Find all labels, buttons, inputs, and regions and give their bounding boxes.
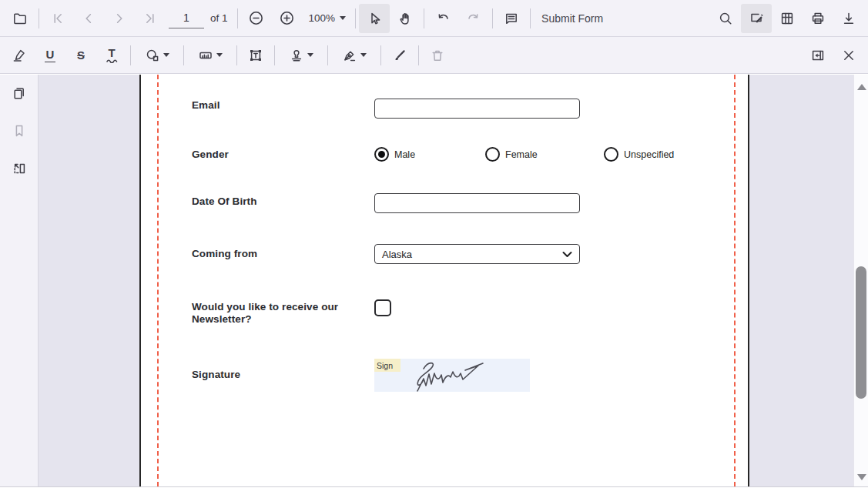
gender-radio-female[interactable] bbox=[485, 147, 500, 162]
page-number-input[interactable] bbox=[169, 8, 204, 28]
underline-tool-button[interactable]: U bbox=[35, 41, 65, 70]
squiggly-icon: T bbox=[106, 47, 118, 63]
undo-icon bbox=[435, 11, 451, 26]
close-annotation-toolbar-button[interactable] bbox=[833, 41, 864, 70]
stamp-icon bbox=[289, 48, 304, 63]
zoom-level-dropdown[interactable]: 100% bbox=[303, 4, 353, 33]
shapes-tool-button[interactable] bbox=[134, 41, 180, 70]
gender-radio-unspecified[interactable] bbox=[604, 147, 618, 162]
chevron-right-icon bbox=[112, 11, 127, 26]
chevron-down-icon bbox=[360, 53, 367, 57]
divider bbox=[380, 45, 381, 65]
divider bbox=[39, 8, 39, 28]
download-icon bbox=[841, 11, 856, 26]
text-select-tool-button[interactable] bbox=[359, 4, 390, 33]
highlighter-icon bbox=[12, 48, 27, 63]
radio-dot bbox=[378, 151, 385, 158]
primary-toolbar: of 1 100% bbox=[0, 0, 868, 37]
pages-icon bbox=[11, 85, 28, 102]
search-button[interactable] bbox=[710, 4, 741, 33]
highlight-tool-button[interactable] bbox=[4, 41, 35, 70]
newsletter-checkbox[interactable] bbox=[374, 299, 391, 316]
coming-from-value: Alaska bbox=[382, 249, 412, 260]
vertical-scrollbar[interactable] bbox=[853, 75, 868, 486]
divider bbox=[236, 45, 237, 65]
email-label: Email bbox=[192, 99, 220, 111]
divider bbox=[237, 8, 238, 28]
margin-guide-left bbox=[157, 75, 159, 486]
divider bbox=[274, 45, 275, 65]
gender-option-label: Female bbox=[505, 149, 538, 160]
gender-option-label: Male bbox=[394, 149, 415, 160]
trash-icon bbox=[430, 48, 445, 63]
ink-tool-button[interactable] bbox=[384, 41, 415, 70]
print-button[interactable] bbox=[803, 4, 833, 33]
undo-button[interactable] bbox=[427, 4, 458, 33]
document-viewport[interactable]: Email Gender Male Female Unspecified Dat… bbox=[39, 75, 853, 486]
next-page-button[interactable] bbox=[104, 4, 135, 33]
dob-label: Date Of Birth bbox=[192, 196, 257, 207]
signature-field[interactable]: Sign bbox=[374, 359, 530, 392]
divider bbox=[355, 8, 356, 28]
first-page-button[interactable] bbox=[42, 4, 73, 33]
page-count-label: of 1 bbox=[210, 12, 228, 24]
organize-pages-panel-button[interactable] bbox=[8, 157, 31, 180]
previous-page-button[interactable] bbox=[73, 4, 104, 33]
dob-field[interactable] bbox=[374, 193, 580, 213]
chevron-down-icon bbox=[216, 53, 223, 57]
download-button[interactable] bbox=[833, 4, 864, 33]
divider bbox=[424, 8, 424, 28]
margin-guide-right bbox=[734, 75, 736, 486]
fountain-pen-icon bbox=[342, 48, 357, 63]
redo-button[interactable] bbox=[458, 4, 489, 33]
organize-pages-button[interactable] bbox=[772, 4, 803, 33]
stamp-tool-button[interactable] bbox=[278, 41, 324, 70]
chevron-down-icon bbox=[562, 251, 572, 258]
strikethrough-tool-button[interactable]: S bbox=[65, 41, 96, 70]
pan-tool-button[interactable] bbox=[390, 4, 421, 33]
open-file-button[interactable] bbox=[5, 4, 35, 33]
scroll-up-arrow[interactable] bbox=[857, 84, 866, 90]
comment-icon bbox=[504, 11, 519, 26]
print-icon bbox=[810, 11, 826, 26]
dock-panel-left-icon bbox=[810, 48, 826, 63]
search-icon bbox=[718, 11, 733, 26]
divider bbox=[130, 45, 131, 65]
delete-annotation-button[interactable] bbox=[422, 41, 453, 70]
submit-form-button[interactable]: Submit Form bbox=[534, 4, 611, 33]
divider bbox=[530, 8, 531, 28]
last-page-button[interactable] bbox=[135, 4, 166, 33]
chevron-down-icon bbox=[163, 53, 169, 57]
pdf-page: Email Gender Male Female Unspecified Dat… bbox=[139, 75, 749, 486]
comment-panel-button[interactable] bbox=[803, 41, 833, 70]
email-field[interactable] bbox=[374, 99, 580, 119]
gender-label: Gender bbox=[192, 149, 229, 160]
chevron-down-icon bbox=[307, 53, 313, 57]
zoom-in-icon bbox=[279, 10, 295, 26]
zoom-in-button[interactable] bbox=[272, 4, 303, 33]
bookmark-icon bbox=[12, 123, 27, 139]
free-text-tool-button[interactable] bbox=[240, 41, 271, 70]
coming-from-dropdown[interactable]: Alaska bbox=[374, 244, 580, 264]
annotation-button[interactable] bbox=[741, 4, 772, 33]
close-icon bbox=[841, 48, 856, 63]
scrollbar-thumb[interactable] bbox=[856, 266, 866, 399]
scroll-down-arrow[interactable] bbox=[857, 474, 866, 480]
measure-tool-button[interactable] bbox=[187, 41, 233, 70]
bookmarks-panel-button[interactable] bbox=[8, 119, 31, 142]
thumbnails-panel-button[interactable] bbox=[8, 82, 31, 105]
newsletter-label: Would you like to receive our Newsletter… bbox=[192, 301, 363, 326]
pdf-viewer-app: of 1 100% bbox=[0, 0, 868, 487]
comment-button[interactable] bbox=[496, 4, 527, 33]
cursor-icon bbox=[367, 11, 382, 26]
gender-radio-male[interactable] bbox=[374, 147, 389, 162]
chevron-left-icon bbox=[81, 11, 96, 26]
sign-tag: Sign bbox=[374, 359, 400, 372]
squiggly-tool-button[interactable]: T bbox=[96, 41, 127, 70]
strikethrough-icon: S bbox=[76, 49, 85, 61]
signature-tool-button[interactable] bbox=[331, 41, 377, 70]
divider bbox=[327, 45, 328, 65]
zoom-out-button[interactable] bbox=[241, 4, 272, 33]
grid-icon bbox=[779, 11, 795, 26]
zoom-out-icon bbox=[248, 10, 264, 26]
